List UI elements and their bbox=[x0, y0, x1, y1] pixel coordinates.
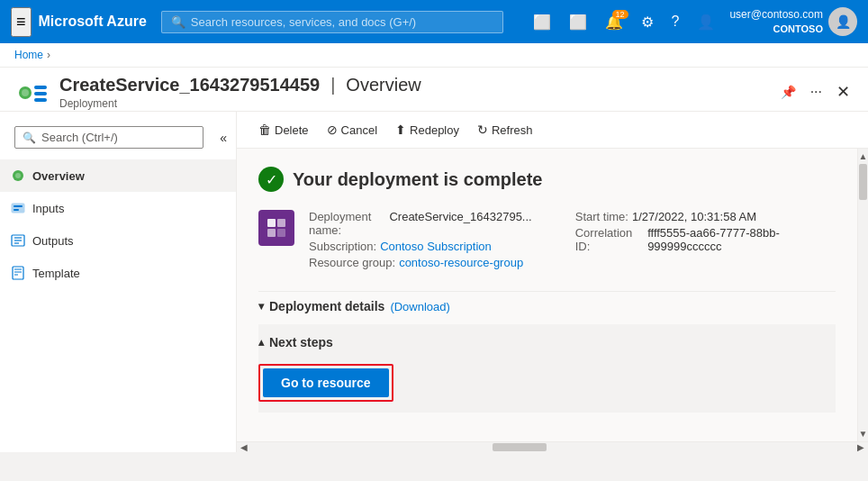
cloud-shell-icon[interactable]: ⬜ bbox=[526, 10, 558, 34]
deployment-details-section-header[interactable]: ▾ Deployment details (Download) bbox=[258, 291, 836, 321]
correlation-row: Correlation ID: ffff5555-aa66-7777-88bb-… bbox=[575, 226, 836, 253]
search-input[interactable] bbox=[191, 15, 493, 29]
svg-rect-15 bbox=[13, 267, 23, 279]
overview-icon bbox=[11, 168, 25, 183]
page-subtitle: Deployment bbox=[59, 97, 777, 110]
svg-rect-8 bbox=[12, 204, 24, 213]
delete-label: Delete bbox=[275, 123, 309, 137]
svg-rect-19 bbox=[267, 219, 276, 227]
go-to-resource-button[interactable]: Go to resource bbox=[263, 368, 389, 397]
sidebar-item-overview-label: Overview bbox=[32, 169, 85, 183]
correlation-value: ffff5555-aa66-7777-88bb-999999cccccc bbox=[647, 226, 836, 253]
sidebar-item-template[interactable]: Template bbox=[0, 257, 236, 289]
sidebar: 🔍 « Overview bbox=[0, 112, 237, 452]
template-icon bbox=[11, 266, 25, 280]
feedback-icon[interactable]: ⬜ bbox=[562, 10, 594, 34]
deployment-name-value: CreateService_16432795... bbox=[389, 210, 531, 237]
toolbar: 🗑 Delete ⊘ Cancel ⬆ Redeploy ↻ Refresh bbox=[237, 112, 868, 149]
bottom-scroll-thumb[interactable] bbox=[493, 443, 547, 451]
user-email: user@contoso.com bbox=[729, 8, 823, 23]
cancel-button[interactable]: ⊘ Cancel bbox=[320, 119, 384, 141]
subscription-link[interactable]: Contoso Subscription bbox=[380, 240, 492, 253]
title-divider: | bbox=[330, 75, 335, 95]
subscription-row: Subscription: Contoso Subscription bbox=[309, 240, 532, 253]
resource-group-row: Resource group: contoso-resource-group bbox=[309, 256, 532, 269]
refresh-label: Refresh bbox=[492, 123, 533, 137]
page-header: CreateService_1643279514459 | Overview D… bbox=[0, 68, 868, 112]
deployment-name-label: Deployment name: bbox=[309, 210, 385, 237]
hamburger-icon[interactable]: ≡ bbox=[11, 7, 32, 37]
deployment-success-title: Your deployment is complete bbox=[293, 169, 542, 190]
global-search-box[interactable]: 🔍 bbox=[161, 11, 503, 33]
scroll-left-arrow[interactable]: ◀ bbox=[237, 440, 251, 452]
deployment-type-icon bbox=[258, 210, 294, 246]
svg-rect-9 bbox=[14, 205, 23, 207]
breadcrumb: Home › bbox=[0, 43, 868, 68]
main-content: ✓ Your deployment is complete bbox=[237, 149, 857, 441]
scroll-right-arrow[interactable]: ▶ bbox=[854, 440, 868, 452]
deployment-info: Deployment name: CreateService_16432795.… bbox=[258, 210, 836, 269]
next-steps-header: ▴ Next steps bbox=[258, 335, 836, 360]
sidebar-item-inputs[interactable]: Inputs bbox=[0, 192, 236, 224]
delete-button[interactable]: 🗑 Delete bbox=[251, 119, 316, 141]
deployment-name-row: Deployment name: CreateService_16432795.… bbox=[309, 210, 532, 237]
page-header-content: CreateService_1643279514459 | Overview D… bbox=[59, 75, 777, 110]
redeploy-icon: ⬆ bbox=[395, 123, 406, 137]
deployment-details: Deployment name: CreateService_16432795.… bbox=[309, 210, 836, 269]
horizontal-scrollbar[interactable]: ◀ ▶ bbox=[237, 441, 868, 452]
notifications-icon[interactable]: 🔔 12 bbox=[598, 10, 630, 34]
vertical-scrollbar[interactable]: ▲ ▼ bbox=[857, 149, 868, 441]
svg-rect-3 bbox=[34, 86, 47, 89]
success-icon: ✓ bbox=[258, 167, 284, 192]
svg-point-7 bbox=[15, 173, 21, 178]
svg-point-2 bbox=[22, 89, 29, 96]
start-time-label: Start time: bbox=[575, 210, 628, 223]
settings-icon[interactable]: ⚙ bbox=[634, 10, 661, 34]
refresh-button[interactable]: ↻ Refresh bbox=[470, 119, 540, 141]
close-icon[interactable]: ✕ bbox=[833, 78, 854, 105]
main-layout: 🔍 « Overview bbox=[0, 112, 868, 452]
scroll-down-arrow[interactable]: ▼ bbox=[856, 426, 868, 441]
search-icon: 🔍 bbox=[171, 15, 185, 29]
scroll-track[interactable] bbox=[858, 164, 868, 426]
deployment-success-banner: ✓ Your deployment is complete bbox=[258, 167, 836, 192]
sidebar-search-input[interactable] bbox=[41, 131, 195, 144]
help-icon[interactable]: ? bbox=[665, 10, 687, 33]
start-time-value: 1/27/2022, 10:31:58 AM bbox=[632, 210, 756, 223]
resource-name: CreateService_1643279514459 bbox=[59, 75, 320, 95]
details-chevron-icon: ▾ bbox=[258, 300, 264, 313]
sidebar-item-inputs-label: Inputs bbox=[32, 202, 64, 215]
resource-group-link[interactable]: contoso-resource-group bbox=[399, 256, 523, 269]
sidebar-search-box[interactable]: 🔍 bbox=[14, 126, 203, 149]
svg-rect-10 bbox=[14, 209, 19, 211]
download-link[interactable]: (Download) bbox=[390, 300, 449, 313]
start-time-row: Start time: 1/27/2022, 10:31:58 AM bbox=[575, 210, 836, 223]
more-actions-icon[interactable]: ··· bbox=[807, 80, 826, 104]
pin-icon[interactable]: 📌 bbox=[777, 81, 800, 103]
scroll-up-arrow[interactable]: ▲ bbox=[856, 149, 868, 164]
directory-icon[interactable]: 👤 bbox=[690, 10, 722, 34]
refresh-icon: ↻ bbox=[477, 123, 488, 137]
sidebar-item-overview[interactable]: Overview bbox=[0, 159, 236, 192]
scroll-thumb[interactable] bbox=[859, 164, 867, 200]
breadcrumb-separator: › bbox=[47, 49, 50, 61]
bottom-scroll-track[interactable] bbox=[251, 442, 854, 452]
correlation-label: Correlation ID: bbox=[575, 226, 644, 253]
svg-rect-4 bbox=[34, 92, 47, 95]
redeploy-button[interactable]: ⬆ Redeploy bbox=[388, 119, 466, 141]
deployment-left-details: Deployment name: CreateService_16432795.… bbox=[309, 210, 532, 269]
svg-rect-21 bbox=[267, 229, 276, 237]
main-content-area: 🗑 Delete ⊘ Cancel ⬆ Redeploy ↻ Refresh ✓ bbox=[237, 112, 868, 452]
svg-rect-5 bbox=[34, 98, 47, 102]
top-navigation: ≡ Microsoft Azure 🔍 ⬜ ⬜ 🔔 12 ⚙ ? 👤 user@… bbox=[0, 0, 868, 43]
page-section: Overview bbox=[346, 75, 420, 95]
breadcrumb-home[interactable]: Home bbox=[14, 49, 43, 61]
outputs-icon bbox=[11, 233, 25, 248]
avatar[interactable]: 👤 bbox=[828, 7, 857, 36]
next-steps-label: Next steps bbox=[269, 335, 333, 349]
brand-logo: Microsoft Azure bbox=[39, 14, 147, 30]
user-menu[interactable]: user@contoso.com CONTOSO 👤 bbox=[729, 7, 857, 36]
sidebar-collapse-button[interactable]: « bbox=[214, 127, 232, 149]
sidebar-item-outputs[interactable]: Outputs bbox=[0, 224, 236, 257]
sidebar-item-outputs-label: Outputs bbox=[32, 234, 74, 248]
